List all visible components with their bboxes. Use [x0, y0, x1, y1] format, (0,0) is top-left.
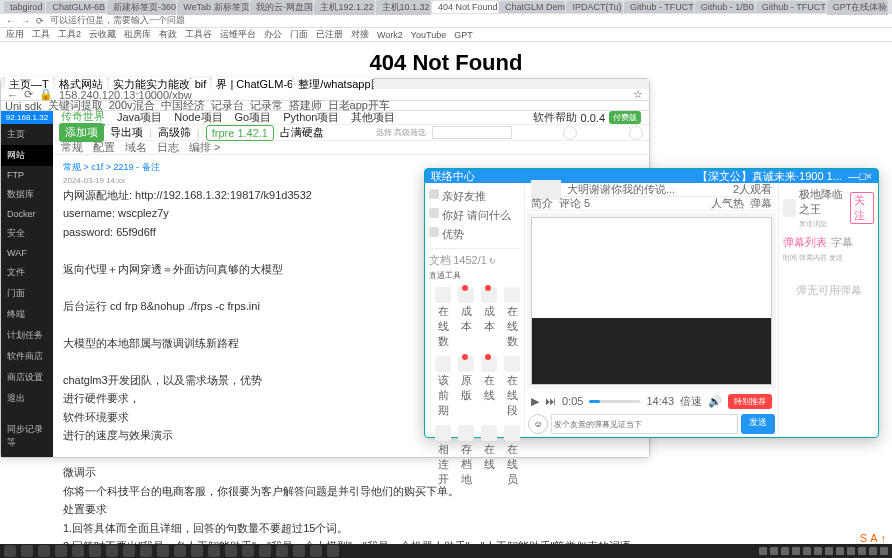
tool-item[interactable]: 在线: [479, 423, 499, 489]
tab[interactable]: 主机10.1.32: [376, 0, 432, 15]
close-icon[interactable]: ×: [866, 170, 872, 182]
video-tab[interactable]: 简介: [531, 196, 553, 211]
sidebar-item-file[interactable]: 文件: [1, 262, 53, 283]
paid-badge[interactable]: 付费版: [609, 111, 641, 124]
sidebar-item-website[interactable]: 网站: [1, 145, 53, 166]
tab[interactable]: Github - 1/B0: [695, 1, 755, 13]
tab[interactable]: Github - TFUCT: [756, 1, 826, 13]
sidebar-item-settings[interactable]: 商店设置: [1, 367, 53, 388]
export-button[interactable]: 导出项: [110, 125, 143, 140]
danmu-input[interactable]: [551, 414, 738, 434]
tab[interactable]: IPDACT(Tu): [566, 1, 623, 13]
bookmark[interactable]: 对接: [351, 28, 369, 41]
tool-item[interactable]: 成本: [456, 285, 476, 351]
tool-item[interactable]: 在线: [479, 354, 499, 420]
help-link[interactable]: 软件帮助: [533, 110, 577, 125]
bookmark[interactable]: Work2: [377, 30, 403, 40]
follow-button[interactable]: 关注: [850, 192, 874, 224]
inner-tab[interactable]: 整理/whatsapp国家: [294, 77, 374, 92]
task-icon[interactable]: [276, 545, 288, 557]
bookmark[interactable]: 应用: [6, 28, 24, 41]
task-icon[interactable]: [327, 545, 339, 557]
next-icon[interactable]: ⏭: [545, 395, 556, 407]
subtab[interactable]: 域名: [125, 140, 147, 155]
tab[interactable]: tabgirod: [4, 1, 45, 13]
subtab[interactable]: 编排 >: [189, 140, 220, 155]
start-icon[interactable]: [4, 545, 16, 557]
forward-icon[interactable]: →: [21, 16, 30, 26]
tray-icon[interactable]: [880, 547, 888, 555]
star-icon[interactable]: ☆: [633, 88, 643, 101]
task-icon[interactable]: [310, 545, 322, 557]
disk-button[interactable]: 占满硬盘: [280, 125, 324, 140]
sidebar-item-cron[interactable]: 计划任务: [1, 325, 53, 346]
sidebar-item-appstore[interactable]: 软件商店: [1, 346, 53, 367]
version-pill[interactable]: frpre 1.42.1: [206, 125, 274, 141]
bookmark[interactable]: 运维平台: [220, 28, 256, 41]
tool-item[interactable]: 相连开: [433, 423, 453, 489]
subtab[interactable]: 常规: [61, 140, 83, 155]
tab[interactable]: 新建标签页-360: [107, 0, 176, 15]
filter-button[interactable]: 高级筛: [158, 125, 191, 140]
tray-icon[interactable]: [792, 547, 800, 555]
sidebar-item-portal[interactable]: 门面: [1, 283, 53, 304]
tray-icon[interactable]: [770, 547, 778, 555]
tool-item[interactable]: 在线段: [502, 354, 522, 420]
tool-icon[interactable]: ↑: [881, 532, 887, 544]
proj-tab[interactable]: 其他项目: [351, 110, 395, 125]
tab[interactable]: GPT在线体验: [827, 0, 888, 15]
tool-item[interactable]: 在线员: [502, 423, 522, 489]
url-text[interactable]: 可以运行但是，需要输入一个问题: [50, 14, 185, 27]
tab[interactable]: 主机192.1.22: [314, 0, 374, 15]
tab[interactable]: 我的云·网盘国: [250, 0, 313, 15]
contact-item[interactable]: 优势: [429, 225, 520, 244]
subtab[interactable]: 配置: [93, 140, 115, 155]
tray-icon[interactable]: [781, 547, 789, 555]
progress-bar[interactable]: [589, 400, 640, 403]
task-icon[interactable]: [38, 545, 50, 557]
bookmark[interactable]: 租房库: [124, 28, 151, 41]
tray-icon[interactable]: [836, 547, 844, 555]
tab[interactable]: WeTab 新标签页: [177, 0, 249, 15]
proj-tab[interactable]: Go项目: [235, 110, 272, 125]
task-icon[interactable]: [191, 545, 203, 557]
tray-icon[interactable]: [825, 547, 833, 555]
bookmark[interactable]: GPT: [454, 30, 473, 40]
tool-item[interactable]: 存档地: [456, 423, 476, 489]
bookmark[interactable]: 已注册: [316, 28, 343, 41]
tab[interactable]: Github - TFUCT: [624, 1, 694, 13]
task-icon[interactable]: [174, 545, 186, 557]
task-icon[interactable]: [89, 545, 101, 557]
tab-active[interactable]: 404 Not Found: [432, 1, 498, 13]
tray-icon[interactable]: [847, 547, 855, 555]
task-icon[interactable]: [55, 545, 67, 557]
sidebar-item-home[interactable]: 主页: [1, 124, 53, 145]
tab[interactable]: ChatGLM Dem: [499, 1, 565, 13]
chat-titlebar[interactable]: 联络中心 【深文公】真诚未来·1900 1... — □ ×: [425, 169, 878, 183]
task-icon[interactable]: [242, 545, 254, 557]
sidebar-item-terminal[interactable]: 终端: [1, 304, 53, 325]
bookmark[interactable]: 工具2: [58, 28, 81, 41]
sidebar-item-db[interactable]: 数据库: [1, 184, 53, 205]
proj-tab[interactable]: Python项目: [283, 110, 339, 125]
sidebar-item-exit[interactable]: 退出: [1, 388, 53, 409]
minimize-icon[interactable]: —: [848, 170, 859, 182]
back-icon[interactable]: ←: [6, 16, 15, 26]
sidebar-item-security[interactable]: 安全: [1, 223, 53, 244]
task-icon[interactable]: [140, 545, 152, 557]
subtab[interactable]: 日志: [157, 140, 179, 155]
task-icon[interactable]: [157, 545, 169, 557]
search-icon[interactable]: [563, 126, 577, 140]
tool-item[interactable]: 成本: [479, 285, 499, 351]
inner-tab[interactable]: bif: [191, 78, 211, 90]
bookmark[interactable]: 有政: [159, 28, 177, 41]
emoji-icon[interactable]: ☺: [528, 414, 548, 434]
task-icon[interactable]: [106, 545, 118, 557]
tool-item[interactable]: 该前期: [433, 354, 453, 420]
uploader-name[interactable]: 极地降临之王: [799, 187, 847, 217]
task-icon[interactable]: [208, 545, 220, 557]
task-icon[interactable]: [123, 545, 135, 557]
bookmark[interactable]: 工具谷: [185, 28, 212, 41]
contact-item[interactable]: 你好 请问什么: [429, 206, 520, 225]
proj-tab[interactable]: Node项目: [174, 110, 222, 125]
